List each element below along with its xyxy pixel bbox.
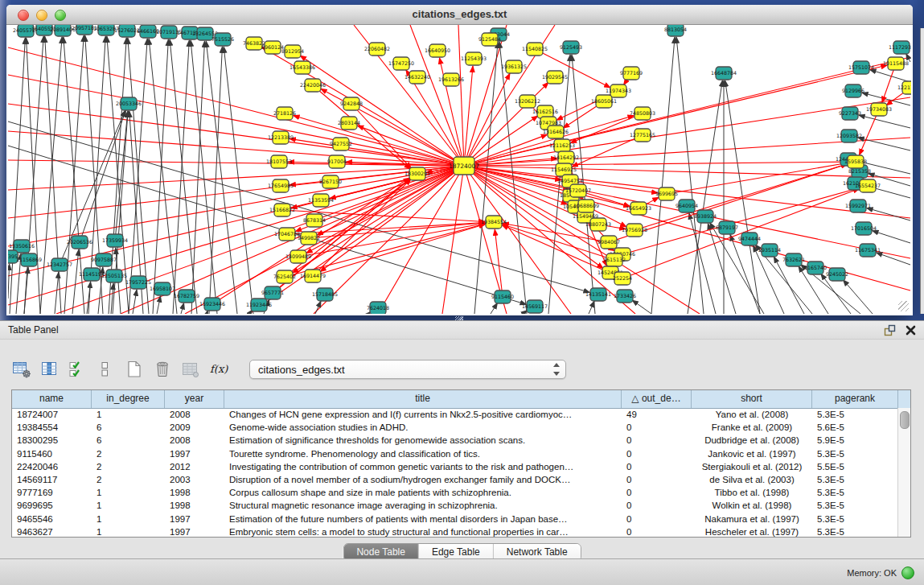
cell-short[interactable]: Hescheler et al. (1997) xyxy=(692,527,812,537)
column-header-out_degree[interactable]: △ out_de… xyxy=(622,390,692,408)
cell-out_degree[interactable]: 0 xyxy=(622,488,692,497)
cell-year[interactable]: 1998 xyxy=(165,501,224,510)
cell-name[interactable]: 9699695 xyxy=(12,501,92,510)
cell-out_degree[interactable]: 0 xyxy=(622,462,692,472)
cell-short[interactable]: Dudbridge et al. (2008) xyxy=(692,435,812,445)
cell-name[interactable]: 9115460 xyxy=(12,449,92,459)
table-mode-icon[interactable] xyxy=(11,359,32,380)
cell-in_degree[interactable]: 1 xyxy=(92,410,165,419)
cell-year[interactable]: 1997 xyxy=(165,527,224,537)
cell-name[interactable]: 9465546 xyxy=(12,514,92,524)
cell-in_degree[interactable]: 1 xyxy=(92,488,165,497)
cell-out_degree[interactable]: 0 xyxy=(622,475,692,484)
memory-status-indicator[interactable] xyxy=(901,566,914,579)
column-header-in_degree[interactable]: in_degree xyxy=(92,390,165,408)
delete-table-icon[interactable] xyxy=(152,359,173,380)
table-row[interactable]: 1938455462009Genome-wide association stu… xyxy=(12,421,898,434)
cell-short[interactable]: Stergiakouli et al. (2012) xyxy=(692,462,812,472)
cell-name[interactable]: 18300295 xyxy=(12,435,92,445)
cell-out_degree[interactable]: 0 xyxy=(622,501,692,510)
table-row[interactable]: 2242004622012Investigating the contribut… xyxy=(12,460,898,473)
cell-short[interactable]: Franke et al. (2009) xyxy=(692,422,812,432)
cell-title[interactable]: Estimation of the future numbers of pati… xyxy=(224,514,622,524)
function-builder-icon[interactable]: f(x) xyxy=(208,359,229,380)
column-header-year[interactable]: year xyxy=(165,390,224,408)
cell-pagerank[interactable]: 5.3E-5 xyxy=(812,410,898,419)
cell-year[interactable]: 1997 xyxy=(165,514,224,524)
cell-name[interactable]: 22420046 xyxy=(12,462,92,472)
float-panel-icon[interactable] xyxy=(884,324,896,336)
cell-out_degree[interactable]: 0 xyxy=(622,514,692,524)
cell-in_degree[interactable]: 2 xyxy=(92,462,165,472)
table-row[interactable]: 1872400712008Changes of HCN gene express… xyxy=(12,408,898,421)
cell-title[interactable]: Corpus callosum shape and size in male p… xyxy=(224,488,622,497)
table-row[interactable]: 1830029562008Estimation of significance … xyxy=(12,434,898,447)
network-canvas[interactable]: 2405572416405572208914062095718110653287… xyxy=(8,25,911,314)
cell-year[interactable]: 2008 xyxy=(165,435,224,445)
cell-in_degree[interactable]: 6 xyxy=(92,422,165,432)
row-selection-icon[interactable] xyxy=(96,359,117,380)
column-header-pagerank[interactable]: pagerank xyxy=(812,390,898,408)
cell-title[interactable]: Investigating the contribution of common… xyxy=(224,462,622,472)
cell-in_degree[interactable]: 2 xyxy=(92,449,165,459)
cell-pagerank[interactable]: 5.6E-5 xyxy=(812,422,898,432)
cell-in_degree[interactable]: 6 xyxy=(92,435,165,445)
new-table-icon[interactable] xyxy=(124,359,145,380)
cell-pagerank[interactable]: 5.3E-5 xyxy=(812,488,898,497)
cell-name[interactable]: 9463627 xyxy=(12,527,92,537)
show-column-icon[interactable] xyxy=(39,359,60,380)
cell-year[interactable]: 2009 xyxy=(165,422,224,432)
window-resize-grip[interactable] xyxy=(898,301,909,311)
table-row[interactable]: 977716911998Corpus callosum shape and si… xyxy=(12,486,898,499)
import-table-icon[interactable] xyxy=(180,359,201,380)
cell-name[interactable]: 19384554 xyxy=(12,422,92,432)
cell-title[interactable]: Tourette syndrome. Phenomenology and cla… xyxy=(224,449,622,459)
cell-short[interactable]: Nakamura et al. (1997) xyxy=(692,514,812,524)
cell-out_degree[interactable]: 0 xyxy=(622,435,692,445)
cell-year[interactable]: 1998 xyxy=(165,488,224,497)
cell-out_degree[interactable]: 0 xyxy=(622,449,692,459)
cell-out_degree[interactable]: 49 xyxy=(622,410,692,419)
cell-title[interactable]: Genome-wide association studies in ADHD. xyxy=(224,422,622,432)
column-header-title[interactable]: title xyxy=(224,390,622,408)
cell-pagerank[interactable]: 5.3E-5 xyxy=(812,514,898,524)
table-vertical-scrollbar[interactable] xyxy=(897,408,910,537)
cell-year[interactable]: 2008 xyxy=(165,410,224,419)
cell-year[interactable]: 2003 xyxy=(165,475,224,484)
select-all-rows-icon[interactable] xyxy=(68,359,88,380)
cell-short[interactable]: Yano et al. (2008) xyxy=(692,410,812,419)
cell-title[interactable]: Estimation of significance thresholds fo… xyxy=(224,435,622,445)
cell-short[interactable]: de Silva et al. (2003) xyxy=(692,475,812,484)
cell-year[interactable]: 2012 xyxy=(165,462,224,472)
cell-title[interactable]: Embryonic stem cells: a model to study s… xyxy=(224,527,622,537)
table-row[interactable]: 1456911722003Disruption of a novel membe… xyxy=(12,473,898,486)
table-row[interactable]: 969969511998Structural magnetic resonanc… xyxy=(12,499,898,512)
cell-short[interactable]: Jankovic et al. (1997) xyxy=(692,449,812,459)
cell-name[interactable]: 14569117 xyxy=(12,475,92,484)
column-header-name[interactable]: name xyxy=(12,390,92,408)
cell-name[interactable]: 18724007 xyxy=(12,410,92,419)
cell-pagerank[interactable]: 5.3E-5 xyxy=(812,527,898,537)
cell-name[interactable]: 9777169 xyxy=(12,488,92,497)
table-selector-combobox[interactable]: citations_edges.txt xyxy=(249,360,566,379)
window-titlebar[interactable]: citations_edges.txt xyxy=(6,5,913,25)
cell-pagerank[interactable]: 5.3E-5 xyxy=(812,449,898,459)
cell-short[interactable]: Wolkin et al. (1998) xyxy=(692,501,812,510)
cell-pagerank[interactable]: 5.9E-5 xyxy=(812,435,898,445)
cell-in_degree[interactable]: 1 xyxy=(92,501,165,510)
cell-title[interactable]: Disruption of a novel member of a sodium… xyxy=(224,475,622,484)
cell-in_degree[interactable]: 1 xyxy=(92,514,165,524)
cell-in_degree[interactable]: 2 xyxy=(92,475,165,484)
cell-pagerank[interactable]: 5.3E-5 xyxy=(812,501,898,510)
cell-out_degree[interactable]: 0 xyxy=(622,422,692,432)
cell-out_degree[interactable]: 0 xyxy=(622,527,692,537)
table-row[interactable]: 911546021997Tourette syndrome. Phenomeno… xyxy=(12,447,898,460)
column-header-short[interactable]: short xyxy=(692,390,812,408)
cell-pagerank[interactable]: 5.3E-5 xyxy=(812,475,898,484)
table-row[interactable]: 946362711997Embryonic stem cells: a mode… xyxy=(12,525,898,537)
scrollbar-thumb[interactable] xyxy=(900,411,910,429)
cell-pagerank[interactable]: 5.5E-5 xyxy=(812,462,898,472)
cell-title[interactable]: Changes of HCN gene expression and I(f) … xyxy=(224,410,622,419)
cell-title[interactable]: Structural magnetic resonance image aver… xyxy=(224,501,622,510)
cell-year[interactable]: 1997 xyxy=(165,449,224,459)
